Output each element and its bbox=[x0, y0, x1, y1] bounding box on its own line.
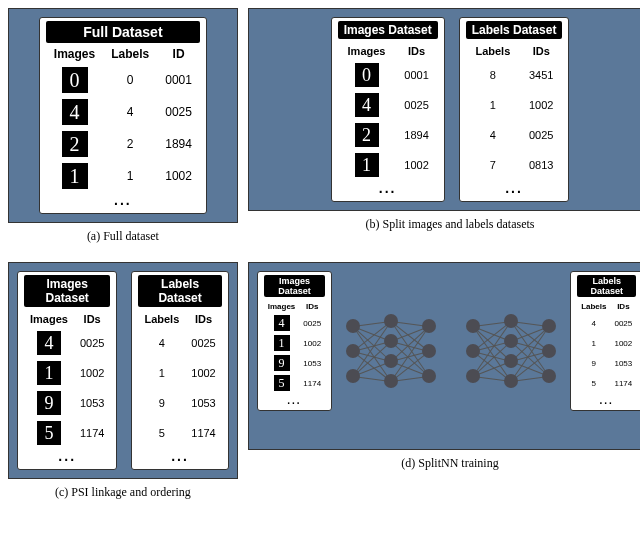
card-title: Full Dataset bbox=[46, 21, 200, 43]
cell-label: 4 bbox=[138, 328, 185, 358]
table-row: 51174 bbox=[138, 418, 221, 448]
cell-id: 1002 bbox=[157, 160, 200, 192]
card-title: Labels Dataset bbox=[138, 275, 221, 307]
table-row: 40025 bbox=[577, 313, 636, 333]
digit-image: 1 bbox=[274, 335, 290, 351]
cell-id: 1002 bbox=[610, 333, 636, 353]
table-row: 91053 bbox=[577, 353, 636, 373]
table-row: 51174 bbox=[264, 373, 325, 393]
table-row: 91053 bbox=[24, 388, 110, 418]
cell-label: 4 bbox=[577, 313, 610, 333]
digit-image: 0 bbox=[62, 67, 88, 93]
cell-id: 0813 bbox=[520, 150, 562, 180]
col-header: Images bbox=[46, 46, 103, 64]
neural-net-left bbox=[346, 301, 436, 411]
digit-image: 4 bbox=[355, 93, 379, 117]
digit-image: 2 bbox=[62, 131, 88, 157]
col-header: IDs bbox=[610, 300, 636, 313]
table-row: 4 4 0025 bbox=[46, 96, 200, 128]
table-row: 11002 bbox=[138, 358, 221, 388]
cell-id: 1174 bbox=[610, 373, 636, 393]
panel-c-caption: (c) PSI linkage and ordering bbox=[8, 485, 238, 500]
cell-id: 1053 bbox=[299, 353, 325, 373]
cell-id: 0025 bbox=[610, 313, 636, 333]
col-header: ID bbox=[157, 46, 200, 64]
cell-label: 5 bbox=[138, 418, 185, 448]
col-header: Labels bbox=[138, 310, 185, 328]
cell-id: 1894 bbox=[157, 128, 200, 160]
panel-b: Images Dataset Images IDs 00001 40025 21… bbox=[248, 8, 640, 254]
cell-id: 1002 bbox=[395, 150, 437, 180]
neural-net-right bbox=[466, 301, 556, 411]
table-row: 21894 bbox=[338, 120, 438, 150]
panel-b-frame: Images Dataset Images IDs 00001 40025 21… bbox=[248, 8, 640, 211]
cell-id: 1002 bbox=[185, 358, 221, 388]
table-row: 40025 bbox=[466, 120, 563, 150]
table-row: 00001 bbox=[338, 60, 438, 90]
cell-id: 1002 bbox=[74, 358, 110, 388]
table-row: 83451 bbox=[466, 60, 563, 90]
cell-label: 7 bbox=[466, 150, 520, 180]
col-header: IDs bbox=[520, 42, 562, 60]
table-row: 11002 bbox=[264, 333, 325, 353]
cell-label: 2 bbox=[103, 128, 157, 160]
cell-id: 1174 bbox=[74, 418, 110, 448]
cell-id: 0025 bbox=[185, 328, 221, 358]
full-dataset-card: Full Dataset Images Labels ID 0 0 0001 4 bbox=[39, 17, 207, 214]
table-row: 51174 bbox=[24, 418, 110, 448]
panel-a-frame: Full Dataset Images Labels ID 0 0 0001 4 bbox=[8, 8, 238, 223]
col-header: Images bbox=[264, 300, 300, 313]
cell-id: 1894 bbox=[395, 120, 437, 150]
labels-dataset-card: Labels Dataset Labels IDs 40025 11002 91… bbox=[570, 271, 640, 411]
digit-image: 1 bbox=[355, 153, 379, 177]
digit-image: 0 bbox=[355, 63, 379, 87]
digit-image: 4 bbox=[37, 331, 61, 355]
cell-id: 1053 bbox=[185, 388, 221, 418]
digit-image: 9 bbox=[37, 391, 61, 415]
digit-image: 9 bbox=[274, 355, 290, 371]
cell-id: 1053 bbox=[74, 388, 110, 418]
images-dataset-card: Images Dataset Images IDs 40025 11002 91… bbox=[17, 271, 117, 470]
panel-d-caption: (d) SplitNN training bbox=[248, 456, 640, 471]
table-row: 91053 bbox=[264, 353, 325, 373]
col-header: Images bbox=[24, 310, 74, 328]
panel-b-caption: (b) Split images and labels datasets bbox=[248, 217, 640, 232]
ellipsis: ... bbox=[46, 192, 200, 211]
panel-a: Full Dataset Images Labels ID 0 0 0001 4 bbox=[8, 8, 238, 254]
cell-label: 4 bbox=[466, 120, 520, 150]
table-row: 11002 bbox=[24, 358, 110, 388]
cell-label: 9 bbox=[577, 353, 610, 373]
cell-id: 1174 bbox=[185, 418, 221, 448]
full-dataset-table: Images Labels ID 0 0 0001 4 4 0025 bbox=[46, 46, 200, 211]
panel-c: Images Dataset Images IDs 40025 11002 91… bbox=[8, 262, 238, 510]
card-title: Labels Dataset bbox=[577, 275, 636, 297]
images-dataset-card: Images Dataset Images IDs 40025 11002 91… bbox=[257, 271, 332, 411]
table-row: 0 0 0001 bbox=[46, 64, 200, 96]
table-row: 51174 bbox=[577, 373, 636, 393]
col-header: Images bbox=[338, 42, 396, 60]
cell-label: 0 bbox=[103, 64, 157, 96]
cell-id: 1002 bbox=[299, 333, 325, 353]
card-title: Images Dataset bbox=[264, 275, 325, 297]
table-row: 11002 bbox=[466, 90, 563, 120]
neural-net-diagram bbox=[346, 271, 556, 441]
cell-id: 0001 bbox=[157, 64, 200, 96]
table-row: 40025 bbox=[338, 90, 438, 120]
table-row: 11002 bbox=[338, 150, 438, 180]
cell-label: 9 bbox=[138, 388, 185, 418]
col-header: IDs bbox=[395, 42, 437, 60]
table-row: 91053 bbox=[138, 388, 221, 418]
digit-image: 1 bbox=[37, 361, 61, 385]
col-header: Labels bbox=[466, 42, 520, 60]
labels-dataset-card: Labels Dataset Labels IDs 83451 11002 40… bbox=[459, 17, 570, 202]
panel-c-frame: Images Dataset Images IDs 40025 11002 91… bbox=[8, 262, 238, 479]
images-table: Images IDs 40025 11002 91053 51174 ... bbox=[264, 300, 325, 408]
cell-id: 1174 bbox=[299, 373, 325, 393]
digit-image: 5 bbox=[274, 375, 290, 391]
cell-id: 0025 bbox=[395, 90, 437, 120]
cell-id: 1053 bbox=[610, 353, 636, 373]
digit-image: 4 bbox=[274, 315, 290, 331]
card-title: Labels Dataset bbox=[466, 21, 563, 39]
cell-label: 8 bbox=[466, 60, 520, 90]
cell-label: 1 bbox=[466, 90, 520, 120]
